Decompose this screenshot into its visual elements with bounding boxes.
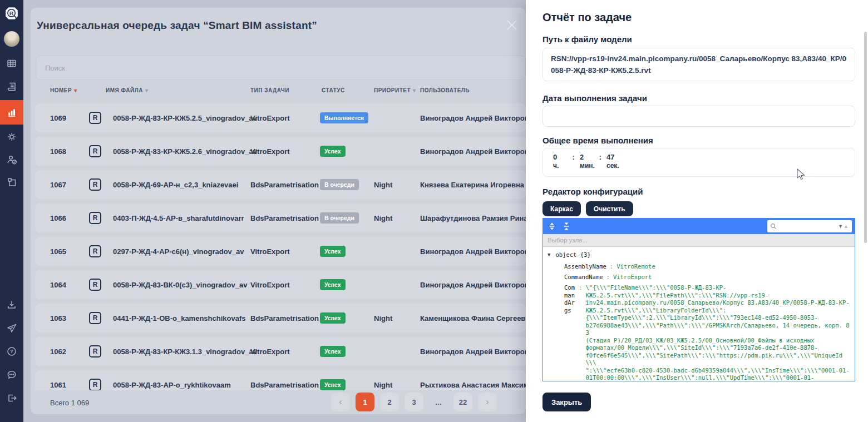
date-field[interactable] xyxy=(542,106,855,127)
table-row[interactable]: 1061 R 0058-Р-ЖД-83-АР-о_rykhtikovaam Bd… xyxy=(35,370,526,390)
file-name: 0403-П-ЖД-4.5-АР-в_sharafutdinovarr xyxy=(113,214,244,222)
hours-unit: ч. xyxy=(553,162,568,170)
editor-search-box: ▼▲ xyxy=(767,220,852,232)
file-name: 0058-Р-ЖД-69-АР-н_c2,3_kniazevaei xyxy=(113,181,238,189)
editor-search-input[interactable] xyxy=(779,223,838,230)
sidebar-item-chat[interactable] xyxy=(0,368,23,381)
search-next-icon[interactable]: ▼ xyxy=(838,224,844,229)
app-logo[interactable]: R xyxy=(0,6,23,21)
json-field-commandargs[interactable]: CommandArgs:\"{\\\"FileName\\\":\\\"0058… xyxy=(564,284,850,381)
column-header-number[interactable]: НОМЕР xyxy=(50,87,77,93)
total-count: Всего 1 069 xyxy=(50,398,89,406)
user-avatar[interactable] xyxy=(0,31,23,47)
revit-file-icon: R xyxy=(89,279,101,291)
table-row[interactable]: 1062 R 0058-Р-ЖД-83-КР-КЖ3.1.3_vinogrado… xyxy=(35,337,526,366)
json-root-node[interactable]: ▼ object {3} xyxy=(548,250,850,260)
status-badge: В очереди xyxy=(320,212,359,224)
user-name: Рыхтикова Анастасия Максимовна xyxy=(420,381,526,389)
pagination-page-1[interactable]: 1 xyxy=(356,393,374,411)
file-name: 0058-Р-ЖД-83-ВК-0(c3)_vinogradov_av xyxy=(113,281,247,289)
table-row[interactable]: 1068 R 0058-Р-ЖД-83-КР-КЖ5.2.6_vinogrado… xyxy=(35,137,526,166)
revit-file-icon: R xyxy=(89,112,101,124)
table-footer: Всего 1 069 ‹123...22› xyxy=(31,390,526,414)
download-icon xyxy=(6,299,17,310)
status-badge: Успех xyxy=(320,379,346,390)
sidebar-item-documents[interactable] xyxy=(0,80,23,93)
minutes-unit: мин. xyxy=(580,162,594,170)
json-tree[interactable]: ▼ object {3} AssemblyName:VitroRemote Co… xyxy=(543,247,855,381)
logo-r-icon: R xyxy=(4,6,19,21)
node-select-bar[interactable]: Выбор узла... xyxy=(543,234,855,247)
search-icon xyxy=(770,223,777,230)
seconds-unit: сек. xyxy=(606,162,629,170)
status-badge: Успех xyxy=(320,346,346,357)
gear-icon xyxy=(6,131,17,142)
task-number: 1064 xyxy=(50,281,66,289)
drawer-scrollbar[interactable] xyxy=(864,32,867,243)
sidebar-item-table[interactable] xyxy=(0,57,23,70)
field-value: VitroExport xyxy=(613,274,652,280)
duration-field[interactable]: 0 : 2 : 47 ч. мин. сек. xyxy=(542,148,855,177)
sidebar-item-plugins[interactable] xyxy=(0,175,23,189)
search-input[interactable] xyxy=(36,56,526,80)
pagination-prev[interactable]: ‹ xyxy=(331,393,350,411)
clear-button[interactable]: Очистить xyxy=(586,201,633,216)
file-name: 0058-Р-ЖД-83-АР-о_rykhtikovaam xyxy=(113,381,231,389)
json-field[interactable]: CommandName:VitroExport xyxy=(564,273,850,281)
column-header-priority[interactable]: ПРИОРИТЕТ xyxy=(374,87,416,93)
sidebar-item-send[interactable] xyxy=(0,321,23,335)
user-name: Виноградов Андрей Викторович xyxy=(420,281,526,289)
collapse-all-icon[interactable] xyxy=(562,222,571,231)
table-row[interactable]: 1069 R 0058-Р-ЖД-83-КР-КЖ5.2.5_vinogrado… xyxy=(35,103,526,132)
bar-chart-icon xyxy=(6,107,17,118)
user-check-icon xyxy=(6,154,18,166)
sidebar-item-download[interactable] xyxy=(0,298,23,311)
file-path-field[interactable]: RSN://vpp-rs19-inv24.main.picompany.ru/0… xyxy=(542,48,855,81)
revit-file-icon: R xyxy=(89,345,101,358)
json-field[interactable]: AssemblyName:VitroRemote xyxy=(564,262,850,270)
sidebar-item-logout[interactable] xyxy=(0,391,23,405)
task-type: VitroExport xyxy=(250,147,290,156)
revit-file-icon: R xyxy=(89,379,101,390)
svg-text:R: R xyxy=(9,10,13,16)
status-badge: Успех xyxy=(320,279,346,290)
priority-value: Night xyxy=(374,314,392,322)
task-type: VitroExport xyxy=(250,247,290,256)
file-name: 0058-Р-ЖД-83-КР-КЖ5.2.6_vinogradov_av xyxy=(113,147,257,156)
user-name: Виноградов Андрей Викторович xyxy=(420,114,526,122)
table-row[interactable]: 1064 R 0058-Р-ЖД-83-ВК-0(c3)_vinogradov_… xyxy=(35,270,526,299)
chat-icon xyxy=(6,369,17,380)
sidebar-item-settings[interactable] xyxy=(0,130,23,143)
documents-icon xyxy=(6,81,17,92)
pagination-next[interactable]: › xyxy=(478,393,497,411)
field-value: VitroRemote xyxy=(617,263,655,270)
sidebar-item-help[interactable]: ? xyxy=(0,345,23,358)
task-type: BdsParametrisation xyxy=(250,314,319,322)
sidebar-item-user-tasks[interactable] xyxy=(0,152,23,167)
column-header-filename[interactable]: ИМЯ ФАЙЛА xyxy=(106,87,148,93)
user-name: Виноградов Андрей Викторович xyxy=(420,147,526,156)
user-name: Каменщикова Фаина Сергеевна xyxy=(420,314,526,322)
report-title: Отчёт по задаче xyxy=(542,11,632,24)
pagination-page-2[interactable]: 2 xyxy=(380,393,399,411)
file-path-label: Путь к файлу модели xyxy=(542,34,632,44)
wireframe-button[interactable]: Каркас xyxy=(542,201,581,216)
expand-all-icon[interactable] xyxy=(548,222,556,231)
pagination-page-3[interactable]: 3 xyxy=(405,393,423,411)
search-prev-icon[interactable]: ▲ xyxy=(844,224,849,229)
table-row[interactable]: 1067 R 0058-Р-ЖД-69-АР-н_c2,3_kniazevaei… xyxy=(35,170,526,199)
status-badge: Успех xyxy=(320,246,346,257)
puzzle-icon xyxy=(6,176,18,188)
table-row[interactable]: 1066 R 0403-П-ЖД-4.5-АР-в_sharafutdinova… xyxy=(35,203,526,232)
close-report-button[interactable]: Закрыть xyxy=(542,393,591,411)
close-icon[interactable] xyxy=(505,18,519,32)
table-row[interactable]: 1065 R 0297-Р-ЖД-4-АР-с6(н)_vinogradov_a… xyxy=(35,237,526,266)
status-badge: Выполняется xyxy=(320,112,368,123)
table-row[interactable]: 1063 R 0441-Р-ЖД-1-ОВ-о_kamenshchikovafs… xyxy=(35,304,526,332)
config-editor-label: Редактор конфигураций xyxy=(542,187,643,196)
field-key: AssemblyName xyxy=(564,263,606,270)
task-number: 1062 xyxy=(50,347,66,356)
sidebar-item-reports-active[interactable] xyxy=(0,100,23,125)
collapse-triangle-icon[interactable]: ▼ xyxy=(548,252,550,257)
pagination-page-22[interactable]: 22 xyxy=(453,393,472,411)
